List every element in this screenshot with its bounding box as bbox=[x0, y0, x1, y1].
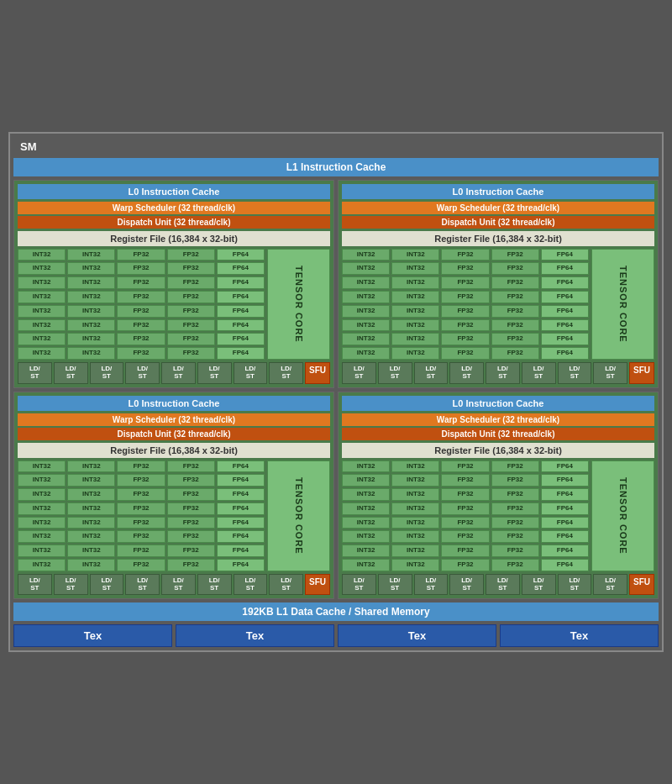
int32-cell: INT32 bbox=[391, 276, 439, 289]
fp32-cell: FP32 bbox=[167, 502, 215, 515]
ld-st-cell: LD/ST bbox=[486, 362, 520, 384]
ld-st-cell: LD/ST bbox=[197, 574, 232, 596]
ld-st-cell: LD/ST bbox=[125, 362, 160, 384]
quadrant-3: L0 Instruction Cache Warp Scheduler (32 … bbox=[13, 392, 334, 600]
int32-cell: INT32 bbox=[67, 502, 115, 515]
fp32-cell: FP32 bbox=[491, 488, 539, 501]
ld-st-cell: LD/ST bbox=[449, 574, 484, 596]
fp32-cell: FP32 bbox=[117, 559, 165, 571]
q4-bottom-row: LD/ST LD/ST LD/ST LD/ST LD/ST LD/ST LD/S… bbox=[342, 574, 654, 596]
tex-unit-3: Tex bbox=[338, 624, 496, 647]
fp32-cell: FP32 bbox=[441, 347, 489, 360]
alu-row: INT32 INT32 FP32 FP32 FP64 bbox=[342, 262, 589, 275]
int32-cell: INT32 bbox=[67, 333, 115, 345]
alu-row: INT32 INT32 FP32 FP32 FP64 bbox=[18, 249, 265, 261]
fp64-cell: FP64 bbox=[217, 474, 265, 487]
int32-cell: INT32 bbox=[67, 545, 115, 557]
fp64-cell: FP64 bbox=[541, 517, 589, 529]
alu-row: INT32 INT32 FP32 FP32 FP64 bbox=[18, 276, 265, 289]
ld-st-cell: LD/ST bbox=[558, 574, 592, 596]
fp32-cell: FP32 bbox=[441, 319, 489, 332]
fp32-cell: FP32 bbox=[491, 474, 539, 487]
int32-cell: INT32 bbox=[342, 276, 390, 289]
fp32-cell: FP32 bbox=[441, 488, 489, 501]
sm-container: SM L1 Instruction Cache L0 Instruction C… bbox=[8, 132, 664, 653]
fp32-cell: FP32 bbox=[117, 502, 165, 515]
alu-row: INT32 INT32 FP32 FP32 FP64 bbox=[18, 559, 265, 571]
ld-st-cell: LD/ST bbox=[414, 362, 449, 384]
fp64-cell: FP64 bbox=[541, 291, 589, 303]
fp32-cell: FP32 bbox=[167, 347, 215, 360]
q1-tensor-core: TENSOR CORE bbox=[267, 249, 330, 360]
fp32-cell: FP32 bbox=[491, 347, 539, 360]
alu-row: INT32 INT32 FP32 FP32 FP64 bbox=[342, 488, 589, 501]
q3-tensor-core: TENSOR CORE bbox=[267, 460, 330, 571]
int32-cell: INT32 bbox=[391, 249, 439, 261]
alu-row: INT32 INT32 FP32 FP32 FP64 bbox=[342, 291, 589, 303]
q4-compute-area: INT32 INT32 FP32 FP32 FP64 INT32 INT32 F… bbox=[342, 460, 654, 571]
int32-cell: INT32 bbox=[67, 460, 115, 473]
quadrant-4: L0 Instruction Cache Warp Scheduler (32 … bbox=[338, 392, 659, 600]
ld-st-cell: LD/ST bbox=[90, 574, 124, 596]
fp32-cell: FP32 bbox=[441, 517, 489, 529]
int32-cell: INT32 bbox=[342, 262, 390, 275]
fp32-cell: FP32 bbox=[117, 474, 165, 487]
q4-register-file: Register File (16,384 x 32-bit) bbox=[342, 443, 654, 458]
fp32-cell: FP32 bbox=[117, 276, 165, 289]
fp32-cell: FP32 bbox=[441, 276, 489, 289]
int32-cell: INT32 bbox=[391, 460, 439, 473]
fp32-cell: FP32 bbox=[491, 502, 539, 515]
alu-row: INT32 INT32 FP32 FP32 FP64 bbox=[18, 319, 265, 332]
q2-bottom-row: LD/ST LD/ST LD/ST LD/ST LD/ST LD/ST LD/S… bbox=[342, 362, 654, 384]
int32-cell: INT32 bbox=[18, 488, 66, 501]
fp32-cell: FP32 bbox=[167, 305, 215, 318]
ld-st-cell: LD/ST bbox=[18, 574, 52, 596]
q3-dispatch-unit: Dispatch Unit (32 thread/clk) bbox=[18, 428, 330, 440]
q1-bottom-row: LD/ST LD/ST LD/ST LD/ST LD/ST LD/ST LD/S… bbox=[18, 362, 330, 384]
int32-cell: INT32 bbox=[342, 530, 390, 543]
q1-alu-section: INT32 INT32 FP32 FP32 FP64 INT32 INT32 F… bbox=[18, 249, 265, 360]
fp64-cell: FP64 bbox=[541, 347, 589, 360]
tex-unit-1: Tex bbox=[13, 624, 172, 647]
fp64-cell: FP64 bbox=[541, 262, 589, 275]
q1-l0-cache: L0 Instruction Cache bbox=[18, 184, 330, 199]
fp32-cell: FP32 bbox=[441, 333, 489, 345]
sfu-cell: SFU bbox=[305, 574, 330, 596]
fp32-cell: FP32 bbox=[167, 545, 215, 557]
q2-l0-cache: L0 Instruction Cache bbox=[342, 184, 654, 199]
fp64-cell: FP64 bbox=[217, 517, 265, 529]
fp64-cell: FP64 bbox=[541, 474, 589, 487]
int32-cell: INT32 bbox=[67, 249, 115, 261]
int32-cell: INT32 bbox=[67, 347, 115, 360]
fp32-cell: FP32 bbox=[491, 559, 539, 571]
alu-row: INT32 INT32 FP32 FP32 FP64 bbox=[342, 474, 589, 487]
alu-row: INT32 INT32 FP32 FP32 FP64 bbox=[342, 305, 589, 318]
q2-compute-area: INT32 INT32 FP32 FP32 FP64 INT32 INT32 F… bbox=[342, 249, 654, 360]
int32-cell: INT32 bbox=[67, 276, 115, 289]
ld-st-cell: LD/ST bbox=[90, 362, 124, 384]
ld-st-cell: LD/ST bbox=[234, 362, 268, 384]
int32-cell: INT32 bbox=[342, 347, 390, 360]
fp64-cell: FP64 bbox=[541, 488, 589, 501]
fp32-cell: FP32 bbox=[441, 291, 489, 303]
int32-cell: INT32 bbox=[342, 249, 390, 261]
alu-row: INT32 INT32 FP32 FP32 FP64 bbox=[18, 517, 265, 529]
fp32-cell: FP32 bbox=[441, 262, 489, 275]
alu-row: INT32 INT32 FP32 FP32 FP64 bbox=[18, 530, 265, 543]
ld-st-cell: LD/ST bbox=[125, 574, 160, 596]
fp32-cell: FP32 bbox=[491, 517, 539, 529]
ld-st-cell: LD/ST bbox=[449, 362, 484, 384]
q3-compute-area: INT32 INT32 FP32 FP32 FP64 INT32 INT32 F… bbox=[18, 460, 330, 571]
int32-cell: INT32 bbox=[342, 319, 390, 332]
int32-cell: INT32 bbox=[67, 262, 115, 275]
int32-cell: INT32 bbox=[342, 517, 390, 529]
fp32-cell: FP32 bbox=[441, 249, 489, 261]
ld-st-cell: LD/ST bbox=[269, 574, 303, 596]
fp32-cell: FP32 bbox=[117, 333, 165, 345]
fp64-cell: FP64 bbox=[217, 347, 265, 360]
q3-warp-scheduler: Warp Scheduler (32 thread/clk) bbox=[18, 413, 330, 426]
alu-row: INT32 INT32 FP32 FP32 FP64 bbox=[18, 305, 265, 318]
ld-st-cell: LD/ST bbox=[378, 362, 412, 384]
alu-row: INT32 INT32 FP32 FP32 FP64 bbox=[342, 460, 589, 473]
alu-row: INT32 INT32 FP32 FP32 FP64 bbox=[18, 474, 265, 487]
